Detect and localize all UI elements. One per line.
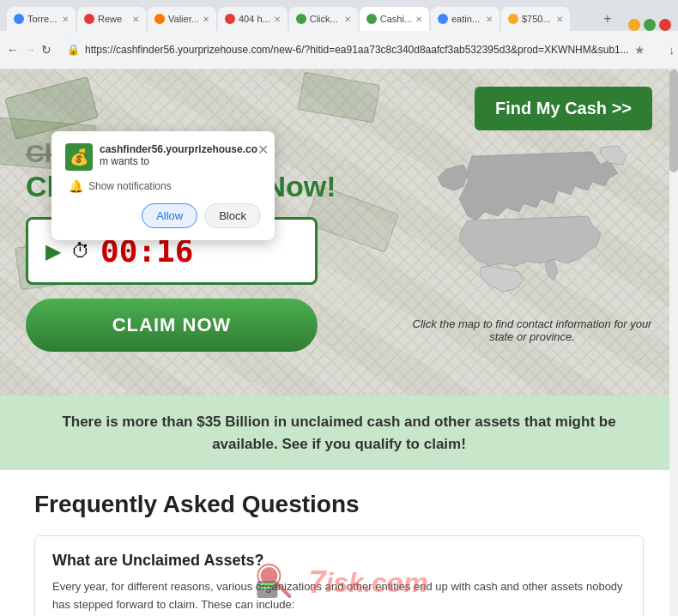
notif-close-button[interactable]: ✕ xyxy=(257,143,269,157)
info-band-text: There is more than $35 Billion in unclai… xyxy=(62,414,615,452)
clock-icon: ⏱ xyxy=(71,240,90,263)
browser-tab-tab3[interactable]: Valier... ✕ xyxy=(148,7,216,31)
watermark-icon xyxy=(250,557,301,608)
close-window-button[interactable] xyxy=(659,19,671,31)
notification-popup: 💰 cashfinder56.yourprizehouse.co m wants… xyxy=(51,131,275,240)
info-band: There is more than $35 Billion in unclai… xyxy=(0,396,678,470)
notif-wants-to: m wants to xyxy=(100,155,149,167)
svg-line-2 xyxy=(277,584,289,596)
browser-tab-tab8[interactable]: $750... ✕ xyxy=(501,7,570,31)
watermark-domain: isk.com xyxy=(325,567,427,599)
maximize-button[interactable] xyxy=(644,19,656,31)
faq-title: Frequently Asked Questions xyxy=(34,491,644,518)
block-button[interactable]: Block xyxy=(204,203,261,228)
notif-permission-row: 🔔 Show notifications xyxy=(65,179,261,193)
browser-actions: ↓ 👤 ⋮ xyxy=(661,39,678,61)
nav-bar: ← → ↻ 🔒 https://cashfinder56.yourprizeho… xyxy=(0,31,678,69)
browser-tab-tab5[interactable]: Click... ✕ xyxy=(289,7,358,31)
north-america-map[interactable] xyxy=(421,139,644,311)
claim-now-button[interactable]: CLAIM NOW xyxy=(26,299,318,352)
watermark-text: 7 isk.com xyxy=(308,565,427,601)
page-content: 💰 cashfinder56.yourprizehouse.co m wants… xyxy=(0,69,678,616)
bookmark-icon[interactable]: ★ xyxy=(634,43,645,57)
notif-site-icon: 💰 xyxy=(65,143,93,171)
map-caption: Click the map to find contact informatio… xyxy=(412,317,652,343)
browser-tab-tab1[interactable]: Torre... ✕ xyxy=(7,7,76,31)
hero-right: Click the map to find contact informatio… xyxy=(412,139,652,352)
browser-tab-tab6[interactable]: Cashi... ✕ xyxy=(360,7,429,31)
browser-chrome: Torre... ✕ Rewe ✕ Valier... ✕ 404 h... ✕… xyxy=(0,0,678,69)
play-icon: ▶ xyxy=(45,239,61,263)
notif-header: 💰 cashfinder56.yourprizehouse.co m wants… xyxy=(65,143,261,171)
scrollbar-thumb[interactable] xyxy=(669,69,678,172)
bell-icon: 🔔 xyxy=(69,179,83,193)
forward-button[interactable]: → xyxy=(24,39,36,61)
header-row: Find My Cash >> xyxy=(26,87,652,130)
new-tab-button[interactable]: + xyxy=(596,7,620,31)
url-text: https://cashfinder56.yourprizehouse.com/… xyxy=(85,44,629,56)
notif-site-info: 💰 cashfinder56.yourprizehouse.co m wants… xyxy=(65,143,257,171)
reload-button[interactable]: ↻ xyxy=(41,39,51,61)
notif-buttons: Allow Block xyxy=(65,203,261,228)
map-container[interactable]: Click the map to find contact informatio… xyxy=(412,139,652,343)
minimize-button[interactable] xyxy=(628,19,640,31)
lock-icon: 🔒 xyxy=(67,44,80,56)
notif-permission-text: Show notifications xyxy=(88,180,172,192)
download-button[interactable]: ↓ xyxy=(661,39,678,61)
scrollbar-track[interactable] xyxy=(669,69,678,616)
notif-site-name: cashfinder56.yourprizehouse.co xyxy=(100,143,257,155)
watermark: 7 isk.com xyxy=(250,557,427,608)
browser-tab-tab4[interactable]: 404 h... ✕ xyxy=(218,7,288,31)
notif-site-text: cashfinder56.yourprizehouse.co m wants t… xyxy=(100,143,257,167)
find-my-cash-button[interactable]: Find My Cash >> xyxy=(475,87,652,130)
address-bar[interactable]: 🔒 https://cashfinder56.yourprizehouse.co… xyxy=(57,37,656,63)
browser-tab-tab7[interactable]: eatin... ✕ xyxy=(431,7,499,31)
back-button[interactable]: ← xyxy=(7,39,19,61)
allow-button[interactable]: Allow xyxy=(142,203,197,228)
browser-tab-tab2[interactable]: Rewe ✕ xyxy=(77,7,146,31)
tab-bar: Torre... ✕ Rewe ✕ Valier... ✕ 404 h... ✕… xyxy=(0,0,678,31)
